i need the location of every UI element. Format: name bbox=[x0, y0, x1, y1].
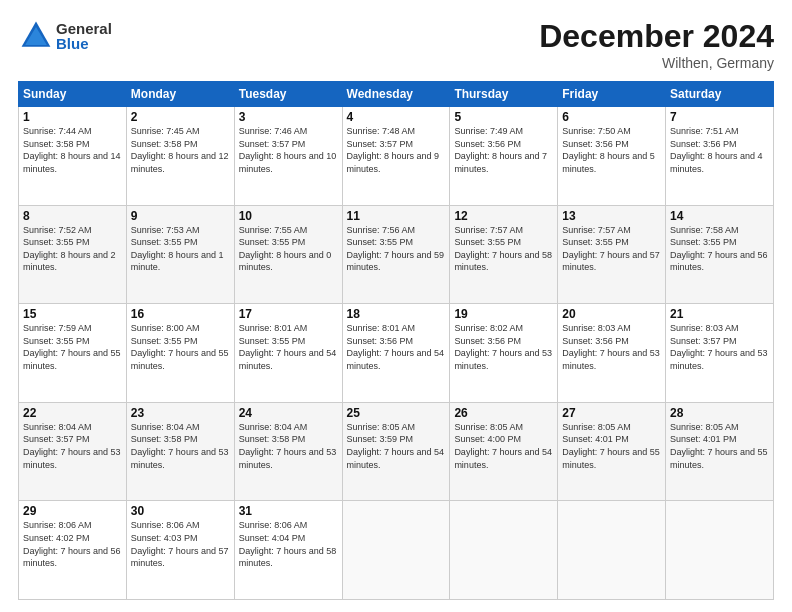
day-info: Sunrise: 8:03 AMSunset: 3:57 PMDaylight:… bbox=[670, 322, 769, 372]
day-number: 16 bbox=[131, 307, 230, 321]
day-number: 20 bbox=[562, 307, 661, 321]
table-row: 6Sunrise: 7:50 AMSunset: 3:56 PMDaylight… bbox=[558, 107, 666, 206]
day-number: 11 bbox=[347, 209, 446, 223]
header: General Blue December 2024 Wilthen, Germ… bbox=[18, 18, 774, 71]
col-sunday: Sunday bbox=[19, 82, 127, 107]
day-number: 22 bbox=[23, 406, 122, 420]
table-row: 29Sunrise: 8:06 AMSunset: 4:02 PMDayligh… bbox=[19, 501, 127, 600]
table-row: 28Sunrise: 8:05 AMSunset: 4:01 PMDayligh… bbox=[666, 402, 774, 501]
day-number: 19 bbox=[454, 307, 553, 321]
table-row: 10Sunrise: 7:55 AMSunset: 3:55 PMDayligh… bbox=[234, 205, 342, 304]
day-info: Sunrise: 8:06 AMSunset: 4:02 PMDaylight:… bbox=[23, 519, 122, 569]
table-row: 2Sunrise: 7:45 AMSunset: 3:58 PMDaylight… bbox=[126, 107, 234, 206]
day-number: 17 bbox=[239, 307, 338, 321]
day-info: Sunrise: 8:02 AMSunset: 3:56 PMDaylight:… bbox=[454, 322, 553, 372]
table-row bbox=[558, 501, 666, 600]
day-number: 8 bbox=[23, 209, 122, 223]
week-row-1: 1Sunrise: 7:44 AMSunset: 3:58 PMDaylight… bbox=[19, 107, 774, 206]
table-row: 20Sunrise: 8:03 AMSunset: 3:56 PMDayligh… bbox=[558, 304, 666, 403]
week-row-5: 29Sunrise: 8:06 AMSunset: 4:02 PMDayligh… bbox=[19, 501, 774, 600]
day-info: Sunrise: 8:00 AMSunset: 3:55 PMDaylight:… bbox=[131, 322, 230, 372]
table-row: 23Sunrise: 8:04 AMSunset: 3:58 PMDayligh… bbox=[126, 402, 234, 501]
day-info: Sunrise: 8:06 AMSunset: 4:04 PMDaylight:… bbox=[239, 519, 338, 569]
day-number: 21 bbox=[670, 307, 769, 321]
table-row: 21Sunrise: 8:03 AMSunset: 3:57 PMDayligh… bbox=[666, 304, 774, 403]
col-wednesday: Wednesday bbox=[342, 82, 450, 107]
day-info: Sunrise: 7:52 AMSunset: 3:55 PMDaylight:… bbox=[23, 224, 122, 274]
table-row bbox=[342, 501, 450, 600]
table-row: 9Sunrise: 7:53 AMSunset: 3:55 PMDaylight… bbox=[126, 205, 234, 304]
day-info: Sunrise: 8:04 AMSunset: 3:58 PMDaylight:… bbox=[239, 421, 338, 471]
logo-blue-text: Blue bbox=[56, 36, 112, 51]
day-info: Sunrise: 8:04 AMSunset: 3:57 PMDaylight:… bbox=[23, 421, 122, 471]
calendar-header-row: Sunday Monday Tuesday Wednesday Thursday… bbox=[19, 82, 774, 107]
col-friday: Friday bbox=[558, 82, 666, 107]
table-row bbox=[666, 501, 774, 600]
table-row: 24Sunrise: 8:04 AMSunset: 3:58 PMDayligh… bbox=[234, 402, 342, 501]
day-info: Sunrise: 7:59 AMSunset: 3:55 PMDaylight:… bbox=[23, 322, 122, 372]
calendar-table: Sunday Monday Tuesday Wednesday Thursday… bbox=[18, 81, 774, 600]
day-info: Sunrise: 8:03 AMSunset: 3:56 PMDaylight:… bbox=[562, 322, 661, 372]
day-number: 24 bbox=[239, 406, 338, 420]
day-info: Sunrise: 8:05 AMSunset: 4:01 PMDaylight:… bbox=[670, 421, 769, 471]
table-row: 19Sunrise: 8:02 AMSunset: 3:56 PMDayligh… bbox=[450, 304, 558, 403]
logo: General Blue bbox=[18, 18, 112, 54]
table-row: 27Sunrise: 8:05 AMSunset: 4:01 PMDayligh… bbox=[558, 402, 666, 501]
day-number: 23 bbox=[131, 406, 230, 420]
table-row: 5Sunrise: 7:49 AMSunset: 3:56 PMDaylight… bbox=[450, 107, 558, 206]
table-row: 16Sunrise: 8:00 AMSunset: 3:55 PMDayligh… bbox=[126, 304, 234, 403]
day-number: 1 bbox=[23, 110, 122, 124]
month-title: December 2024 bbox=[539, 18, 774, 55]
col-thursday: Thursday bbox=[450, 82, 558, 107]
day-info: Sunrise: 7:57 AMSunset: 3:55 PMDaylight:… bbox=[562, 224, 661, 274]
day-number: 7 bbox=[670, 110, 769, 124]
table-row bbox=[450, 501, 558, 600]
table-row: 4Sunrise: 7:48 AMSunset: 3:57 PMDaylight… bbox=[342, 107, 450, 206]
day-number: 29 bbox=[23, 504, 122, 518]
day-number: 28 bbox=[670, 406, 769, 420]
day-number: 15 bbox=[23, 307, 122, 321]
table-row: 3Sunrise: 7:46 AMSunset: 3:57 PMDaylight… bbox=[234, 107, 342, 206]
day-info: Sunrise: 8:05 AMSunset: 4:01 PMDaylight:… bbox=[562, 421, 661, 471]
day-number: 9 bbox=[131, 209, 230, 223]
week-row-3: 15Sunrise: 7:59 AMSunset: 3:55 PMDayligh… bbox=[19, 304, 774, 403]
week-row-2: 8Sunrise: 7:52 AMSunset: 3:55 PMDaylight… bbox=[19, 205, 774, 304]
day-number: 18 bbox=[347, 307, 446, 321]
table-row: 26Sunrise: 8:05 AMSunset: 4:00 PMDayligh… bbox=[450, 402, 558, 501]
table-row: 13Sunrise: 7:57 AMSunset: 3:55 PMDayligh… bbox=[558, 205, 666, 304]
logo-general-text: General bbox=[56, 21, 112, 36]
page: General Blue December 2024 Wilthen, Germ… bbox=[0, 0, 792, 612]
table-row: 15Sunrise: 7:59 AMSunset: 3:55 PMDayligh… bbox=[19, 304, 127, 403]
day-info: Sunrise: 8:05 AMSunset: 3:59 PMDaylight:… bbox=[347, 421, 446, 471]
table-row: 1Sunrise: 7:44 AMSunset: 3:58 PMDaylight… bbox=[19, 107, 127, 206]
day-info: Sunrise: 7:58 AMSunset: 3:55 PMDaylight:… bbox=[670, 224, 769, 274]
day-info: Sunrise: 7:44 AMSunset: 3:58 PMDaylight:… bbox=[23, 125, 122, 175]
table-row: 12Sunrise: 7:57 AMSunset: 3:55 PMDayligh… bbox=[450, 205, 558, 304]
day-info: Sunrise: 7:51 AMSunset: 3:56 PMDaylight:… bbox=[670, 125, 769, 175]
day-number: 30 bbox=[131, 504, 230, 518]
table-row: 31Sunrise: 8:06 AMSunset: 4:04 PMDayligh… bbox=[234, 501, 342, 600]
day-number: 31 bbox=[239, 504, 338, 518]
location-subtitle: Wilthen, Germany bbox=[539, 55, 774, 71]
logo-icon bbox=[18, 18, 54, 54]
day-info: Sunrise: 7:57 AMSunset: 3:55 PMDaylight:… bbox=[454, 224, 553, 274]
day-number: 4 bbox=[347, 110, 446, 124]
day-number: 13 bbox=[562, 209, 661, 223]
day-info: Sunrise: 7:56 AMSunset: 3:55 PMDaylight:… bbox=[347, 224, 446, 274]
logo-name: General Blue bbox=[56, 21, 112, 51]
col-monday: Monday bbox=[126, 82, 234, 107]
day-info: Sunrise: 7:53 AMSunset: 3:55 PMDaylight:… bbox=[131, 224, 230, 274]
day-number: 26 bbox=[454, 406, 553, 420]
day-info: Sunrise: 8:04 AMSunset: 3:58 PMDaylight:… bbox=[131, 421, 230, 471]
day-info: Sunrise: 8:05 AMSunset: 4:00 PMDaylight:… bbox=[454, 421, 553, 471]
table-row: 18Sunrise: 8:01 AMSunset: 3:56 PMDayligh… bbox=[342, 304, 450, 403]
day-info: Sunrise: 7:45 AMSunset: 3:58 PMDaylight:… bbox=[131, 125, 230, 175]
day-number: 2 bbox=[131, 110, 230, 124]
table-row: 7Sunrise: 7:51 AMSunset: 3:56 PMDaylight… bbox=[666, 107, 774, 206]
table-row: 14Sunrise: 7:58 AMSunset: 3:55 PMDayligh… bbox=[666, 205, 774, 304]
day-number: 14 bbox=[670, 209, 769, 223]
day-number: 12 bbox=[454, 209, 553, 223]
day-info: Sunrise: 8:06 AMSunset: 4:03 PMDaylight:… bbox=[131, 519, 230, 569]
table-row: 22Sunrise: 8:04 AMSunset: 3:57 PMDayligh… bbox=[19, 402, 127, 501]
table-row: 30Sunrise: 8:06 AMSunset: 4:03 PMDayligh… bbox=[126, 501, 234, 600]
